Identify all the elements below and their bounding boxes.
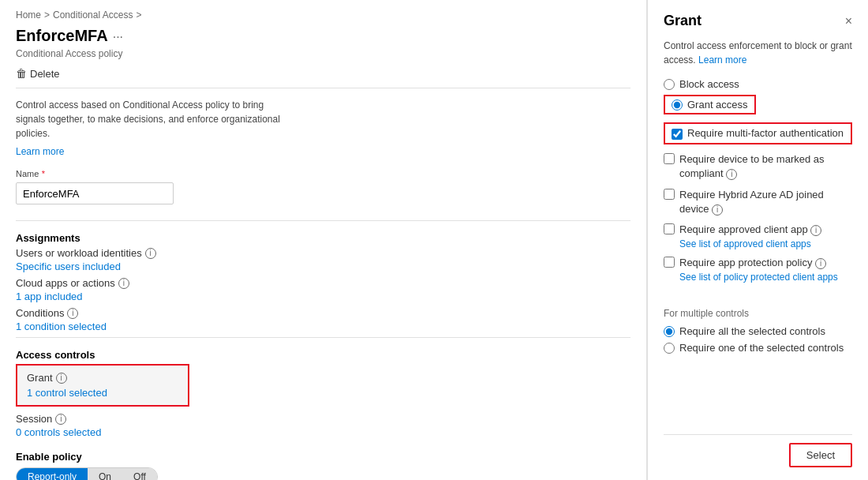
policy-description: Control access based on Conditional Acce…: [16, 98, 284, 141]
breadcrumb-conditional-access[interactable]: Conditional Access: [53, 9, 133, 21]
approved-app-row: Require approved client app i See list o…: [664, 223, 852, 249]
grant-value[interactable]: 1 control selected: [27, 387, 178, 399]
menu-dots-icon[interactable]: ···: [113, 30, 123, 44]
hybrid-label: Require Hybrid Azure AD joined device i: [679, 189, 824, 215]
conditions-row: Conditions i: [16, 307, 630, 319]
toolbar: 🗑 Delete: [16, 67, 630, 88]
require-one-radio[interactable]: [664, 343, 675, 354]
cloud-apps-info-icon[interactable]: i: [118, 278, 129, 289]
multiple-controls-section: For multiple controls Require all the se…: [664, 300, 852, 358]
enable-policy-section: Enable policy Report-only On Off: [16, 451, 630, 480]
approved-app-sub-link[interactable]: See list of approved client apps: [679, 238, 821, 249]
compliant-label: Require device to be marked as compliant…: [679, 153, 825, 179]
mfa-label: Require multi-factor authentication: [687, 126, 844, 141]
hybrid-info-icon[interactable]: i: [712, 204, 723, 216]
access-controls-label: Access controls: [16, 349, 630, 361]
breadcrumb-home[interactable]: Home: [16, 9, 41, 21]
grant-access-box: Grant access: [664, 95, 756, 114]
require-one-row: Require one of the selected controls: [664, 342, 852, 354]
approved-app-info-icon[interactable]: i: [810, 225, 821, 236]
page-title: EnforceMFA: [16, 27, 108, 45]
cloud-apps-row: Cloud apps or actions i: [16, 277, 630, 289]
panel-title: Grant: [664, 13, 702, 29]
block-access-label: Block access: [679, 78, 739, 90]
breadcrumb: Home > Conditional Access >: [16, 9, 630, 21]
close-button[interactable]: ×: [845, 15, 852, 28]
grant-panel: Grant × Control access enforcement to bl…: [647, 0, 868, 480]
session-info-icon[interactable]: i: [55, 414, 66, 425]
block-access-row: Block access: [664, 78, 852, 90]
approved-app-checkbox[interactable]: [664, 223, 675, 234]
panel-header: Grant ×: [664, 13, 852, 29]
users-row: Users or workload identities i: [16, 247, 630, 259]
require-all-label: Require all the selected controls: [679, 325, 825, 337]
toggle-report-only[interactable]: Report-only: [17, 468, 88, 480]
left-panel: Home > Conditional Access > EnforceMFA ·…: [0, 0, 647, 480]
name-input[interactable]: [16, 182, 174, 204]
grant-access-label: Grant access: [687, 99, 748, 111]
grant-box[interactable]: Grant i 1 control selected: [16, 364, 189, 407]
grant-info-icon[interactable]: i: [56, 373, 67, 384]
require-all-row: Require all the selected controls: [664, 325, 852, 337]
app-protection-row: Require app protection policy i See list…: [664, 256, 852, 283]
compliant-info-icon[interactable]: i: [726, 169, 737, 180]
require-one-label: Require one of the selected controls: [679, 342, 844, 354]
session-value[interactable]: 0 controls selected: [16, 426, 630, 438]
toggle-on[interactable]: On: [88, 468, 122, 480]
block-access-radio[interactable]: [664, 79, 675, 90]
hybrid-checkbox[interactable]: [664, 189, 675, 200]
session-row: Session i 0 controls selected: [16, 413, 630, 438]
policy-toggle-group: Report-only On Off: [16, 467, 158, 480]
panel-learn-more[interactable]: Learn more: [698, 54, 746, 66]
panel-description: Control access enforcement to block or g…: [664, 39, 852, 67]
select-button[interactable]: Select: [789, 443, 852, 467]
users-value[interactable]: Specific users included: [16, 261, 630, 272]
multiple-controls-label: For multiple controls: [664, 308, 852, 319]
toggle-off[interactable]: Off: [122, 468, 157, 480]
mfa-checkbox[interactable]: [672, 129, 683, 140]
cloud-apps-value[interactable]: 1 app included: [16, 291, 630, 302]
trash-icon: 🗑: [16, 67, 27, 80]
name-field-label: Name *: [16, 168, 630, 179]
users-info-icon[interactable]: i: [145, 248, 156, 259]
grant-box-title: Grant: [27, 372, 53, 384]
compliant-row: Require device to be marked as compliant…: [664, 152, 852, 181]
delete-label: Delete: [30, 68, 60, 80]
breadcrumb-separator1: >: [44, 9, 50, 21]
conditions-info-icon[interactable]: i: [67, 308, 78, 319]
app-protection-info-icon[interactable]: i: [815, 258, 826, 269]
delete-button[interactable]: 🗑 Delete: [16, 67, 60, 80]
description-learn-more[interactable]: Learn more: [16, 146, 64, 157]
enable-policy-label: Enable policy: [16, 451, 630, 463]
app-protection-checkbox[interactable]: [664, 257, 675, 268]
assignments-section-label: Assignments: [16, 232, 630, 244]
mfa-box: Require multi-factor authentication: [664, 122, 852, 144]
grant-access-radio[interactable]: [672, 99, 683, 111]
panel-footer: Select: [664, 434, 852, 467]
breadcrumb-separator2: >: [136, 9, 141, 21]
page-subtitle: Conditional Access policy: [16, 48, 630, 59]
hybrid-row: Require Hybrid Azure AD joined device i: [664, 188, 852, 216]
access-controls-section: Access controls Grant i 1 control select…: [16, 349, 630, 438]
compliant-checkbox[interactable]: [664, 153, 675, 164]
require-all-radio[interactable]: [664, 326, 675, 337]
conditions-value[interactable]: 1 condition selected: [16, 321, 630, 332]
app-protection-label: Require app protection policy i: [679, 257, 826, 268]
app-protection-sub-link[interactable]: See list of policy protected client apps: [679, 272, 838, 283]
approved-app-label: Require approved client app i: [679, 223, 821, 235]
